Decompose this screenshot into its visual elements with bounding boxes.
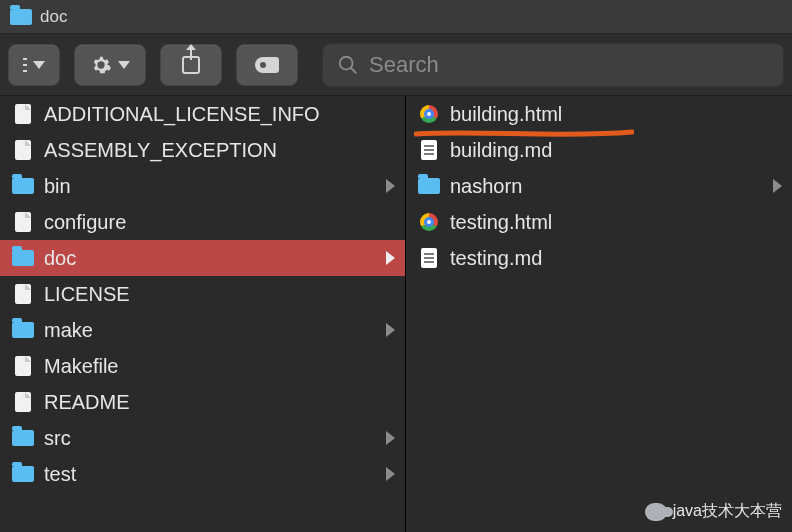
item-name: bin (44, 175, 71, 198)
folder-icon (12, 427, 34, 449)
file-row[interactable]: building.html (406, 96, 792, 132)
tag-icon (255, 57, 279, 73)
column-right[interactable]: java技术大本营 building.htmlbuilding.mdnashor… (406, 96, 792, 532)
column-browser: ADDITIONAL_LICENSE_INFOASSEMBLY_EXCEPTIO… (0, 96, 792, 532)
markdown-doc-icon (418, 247, 440, 269)
item-name: ADDITIONAL_LICENSE_INFO (44, 103, 320, 126)
item-name: test (44, 463, 76, 486)
titlebar: doc (0, 0, 792, 34)
window-title: doc (40, 7, 67, 27)
folder-icon (418, 175, 440, 197)
actions-menu-button[interactable] (74, 44, 146, 86)
chrome-html-icon (418, 103, 440, 125)
folder-row[interactable]: doc (0, 240, 405, 276)
share-button[interactable] (160, 44, 222, 86)
document-icon (12, 355, 34, 377)
file-row[interactable]: building.md (406, 132, 792, 168)
chevron-down-icon (33, 61, 45, 69)
item-name: configure (44, 211, 126, 234)
item-name: testing.html (450, 211, 552, 234)
disclosure-chevron-icon (386, 431, 395, 445)
item-name: src (44, 427, 71, 450)
titlebar-folder-icon (10, 9, 32, 25)
item-name: doc (44, 247, 76, 270)
disclosure-chevron-icon (773, 179, 782, 193)
document-icon (12, 139, 34, 161)
item-name: building.html (450, 103, 562, 126)
disclosure-chevron-icon (386, 323, 395, 337)
markdown-doc-icon (418, 139, 440, 161)
file-row[interactable]: LICENSE (0, 276, 405, 312)
folder-icon (12, 463, 34, 485)
file-row[interactable]: ASSEMBLY_EXCEPTION (0, 132, 405, 168)
search-box[interactable] (322, 43, 784, 87)
file-row[interactable]: Makefile (0, 348, 405, 384)
folder-icon (12, 247, 34, 269)
document-icon (12, 103, 34, 125)
item-name: testing.md (450, 247, 542, 270)
item-name: building.md (450, 139, 552, 162)
document-icon (12, 283, 34, 305)
folder-row[interactable]: bin (0, 168, 405, 204)
toolbar (0, 34, 792, 96)
item-name: Makefile (44, 355, 118, 378)
wechat-icon (645, 503, 667, 521)
file-row[interactable]: configure (0, 204, 405, 240)
folder-row[interactable]: make (0, 312, 405, 348)
item-name: make (44, 319, 93, 342)
disclosure-chevron-icon (386, 179, 395, 193)
disclosure-chevron-icon (386, 251, 395, 265)
item-name: README (44, 391, 130, 414)
item-name: ASSEMBLY_EXCEPTION (44, 139, 277, 162)
disclosure-chevron-icon (386, 467, 395, 481)
column-left[interactable]: ADDITIONAL_LICENSE_INFOASSEMBLY_EXCEPTIO… (0, 96, 406, 532)
search-icon (337, 54, 359, 76)
search-input[interactable] (369, 52, 769, 78)
file-row[interactable]: README (0, 384, 405, 420)
folder-icon (12, 175, 34, 197)
folder-icon (12, 319, 34, 341)
chevron-down-icon (118, 61, 130, 69)
gear-icon (90, 54, 112, 76)
file-row[interactable]: ADDITIONAL_LICENSE_INFO (0, 96, 405, 132)
file-row[interactable]: testing.md (406, 240, 792, 276)
svg-point-0 (340, 56, 353, 69)
watermark-text: java技术大本营 (673, 501, 782, 522)
document-icon (12, 391, 34, 413)
file-row[interactable]: testing.html (406, 204, 792, 240)
share-icon (182, 56, 200, 74)
tags-button[interactable] (236, 44, 298, 86)
watermark: java技术大本营 (645, 501, 782, 522)
item-name: nashorn (450, 175, 522, 198)
list-view-icon (23, 58, 27, 72)
document-icon (12, 211, 34, 233)
svg-line-1 (351, 67, 357, 73)
item-name: LICENSE (44, 283, 130, 306)
folder-row[interactable]: nashorn (406, 168, 792, 204)
chrome-html-icon (418, 211, 440, 233)
view-mode-button[interactable] (8, 44, 60, 86)
folder-row[interactable]: test (0, 456, 405, 492)
folder-row[interactable]: src (0, 420, 405, 456)
